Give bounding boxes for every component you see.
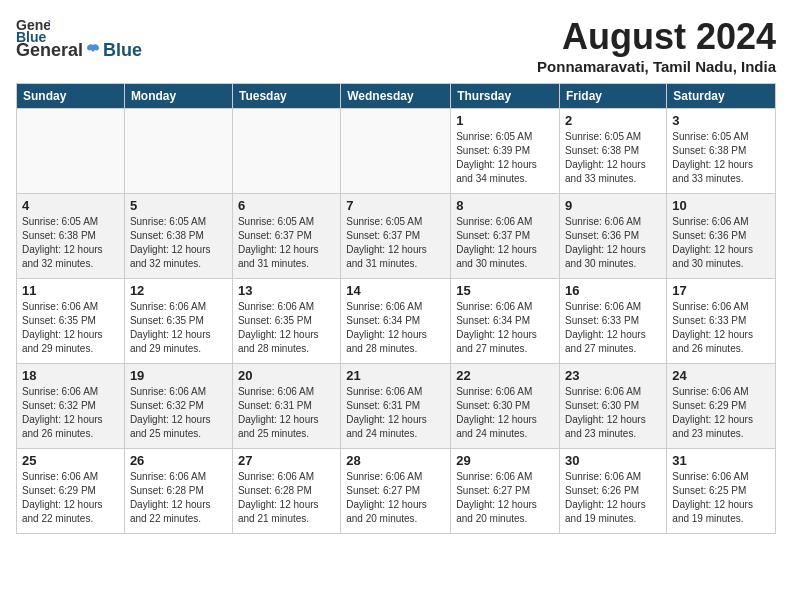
day-number: 15 <box>456 283 554 298</box>
logo-blue-text: Blue <box>103 40 142 61</box>
day-number: 5 <box>130 198 227 213</box>
day-info: Sunrise: 6:06 AM Sunset: 6:30 PM Dayligh… <box>456 385 554 441</box>
table-cell: 16Sunrise: 6:06 AM Sunset: 6:33 PM Dayli… <box>560 279 667 364</box>
table-cell: 15Sunrise: 6:06 AM Sunset: 6:34 PM Dayli… <box>451 279 560 364</box>
day-number: 26 <box>130 453 227 468</box>
table-cell: 28Sunrise: 6:06 AM Sunset: 6:27 PM Dayli… <box>341 449 451 534</box>
day-number: 28 <box>346 453 445 468</box>
table-cell: 3Sunrise: 6:05 AM Sunset: 6:38 PM Daylig… <box>667 109 776 194</box>
col-saturday: Saturday <box>667 84 776 109</box>
day-info: Sunrise: 6:06 AM Sunset: 6:36 PM Dayligh… <box>672 215 770 271</box>
day-number: 19 <box>130 368 227 383</box>
table-cell <box>17 109 125 194</box>
day-info: Sunrise: 6:06 AM Sunset: 6:34 PM Dayligh… <box>456 300 554 356</box>
table-cell: 1Sunrise: 6:05 AM Sunset: 6:39 PM Daylig… <box>451 109 560 194</box>
day-info: Sunrise: 6:06 AM Sunset: 6:30 PM Dayligh… <box>565 385 661 441</box>
day-number: 10 <box>672 198 770 213</box>
week-row-1: 1Sunrise: 6:05 AM Sunset: 6:39 PM Daylig… <box>17 109 776 194</box>
day-number: 24 <box>672 368 770 383</box>
table-cell: 22Sunrise: 6:06 AM Sunset: 6:30 PM Dayli… <box>451 364 560 449</box>
day-info: Sunrise: 6:05 AM Sunset: 6:38 PM Dayligh… <box>565 130 661 186</box>
month-title: August 2024 <box>537 16 776 58</box>
day-info: Sunrise: 6:05 AM Sunset: 6:38 PM Dayligh… <box>130 215 227 271</box>
logo-general-text: General <box>16 40 83 61</box>
day-info: Sunrise: 6:05 AM Sunset: 6:38 PM Dayligh… <box>22 215 119 271</box>
table-cell: 21Sunrise: 6:06 AM Sunset: 6:31 PM Dayli… <box>341 364 451 449</box>
day-number: 22 <box>456 368 554 383</box>
day-info: Sunrise: 6:06 AM Sunset: 6:32 PM Dayligh… <box>22 385 119 441</box>
table-cell: 31Sunrise: 6:06 AM Sunset: 6:25 PM Dayli… <box>667 449 776 534</box>
logo: General Blue General Blue <box>16 16 142 61</box>
day-info: Sunrise: 6:06 AM Sunset: 6:29 PM Dayligh… <box>22 470 119 526</box>
table-cell: 10Sunrise: 6:06 AM Sunset: 6:36 PM Dayli… <box>667 194 776 279</box>
col-friday: Friday <box>560 84 667 109</box>
day-info: Sunrise: 6:06 AM Sunset: 6:32 PM Dayligh… <box>130 385 227 441</box>
day-info: Sunrise: 6:05 AM Sunset: 6:38 PM Dayligh… <box>672 130 770 186</box>
day-number: 18 <box>22 368 119 383</box>
table-cell: 7Sunrise: 6:05 AM Sunset: 6:37 PM Daylig… <box>341 194 451 279</box>
table-cell: 27Sunrise: 6:06 AM Sunset: 6:28 PM Dayli… <box>232 449 340 534</box>
calendar-header-row: Sunday Monday Tuesday Wednesday Thursday… <box>17 84 776 109</box>
table-cell: 2Sunrise: 6:05 AM Sunset: 6:38 PM Daylig… <box>560 109 667 194</box>
day-info: Sunrise: 6:06 AM Sunset: 6:37 PM Dayligh… <box>456 215 554 271</box>
day-number: 11 <box>22 283 119 298</box>
week-row-5: 25Sunrise: 6:06 AM Sunset: 6:29 PM Dayli… <box>17 449 776 534</box>
title-section: August 2024 Ponnamaravati, Tamil Nadu, I… <box>537 16 776 75</box>
table-cell: 25Sunrise: 6:06 AM Sunset: 6:29 PM Dayli… <box>17 449 125 534</box>
day-number: 27 <box>238 453 335 468</box>
table-cell: 26Sunrise: 6:06 AM Sunset: 6:28 PM Dayli… <box>124 449 232 534</box>
table-cell: 19Sunrise: 6:06 AM Sunset: 6:32 PM Dayli… <box>124 364 232 449</box>
day-number: 17 <box>672 283 770 298</box>
day-number: 16 <box>565 283 661 298</box>
day-number: 25 <box>22 453 119 468</box>
day-info: Sunrise: 6:06 AM Sunset: 6:33 PM Dayligh… <box>672 300 770 356</box>
day-number: 13 <box>238 283 335 298</box>
day-info: Sunrise: 6:06 AM Sunset: 6:36 PM Dayligh… <box>565 215 661 271</box>
day-number: 23 <box>565 368 661 383</box>
day-info: Sunrise: 6:06 AM Sunset: 6:28 PM Dayligh… <box>238 470 335 526</box>
table-cell: 24Sunrise: 6:06 AM Sunset: 6:29 PM Dayli… <box>667 364 776 449</box>
day-info: Sunrise: 6:05 AM Sunset: 6:37 PM Dayligh… <box>346 215 445 271</box>
day-number: 7 <box>346 198 445 213</box>
day-info: Sunrise: 6:06 AM Sunset: 6:25 PM Dayligh… <box>672 470 770 526</box>
table-cell: 29Sunrise: 6:06 AM Sunset: 6:27 PM Dayli… <box>451 449 560 534</box>
day-number: 20 <box>238 368 335 383</box>
col-sunday: Sunday <box>17 84 125 109</box>
table-cell: 23Sunrise: 6:06 AM Sunset: 6:30 PM Dayli… <box>560 364 667 449</box>
day-info: Sunrise: 6:06 AM Sunset: 6:27 PM Dayligh… <box>456 470 554 526</box>
day-info: Sunrise: 6:06 AM Sunset: 6:27 PM Dayligh… <box>346 470 445 526</box>
table-cell: 9Sunrise: 6:06 AM Sunset: 6:36 PM Daylig… <box>560 194 667 279</box>
location-text: Ponnamaravati, Tamil Nadu, India <box>537 58 776 75</box>
day-info: Sunrise: 6:06 AM Sunset: 6:35 PM Dayligh… <box>130 300 227 356</box>
day-number: 9 <box>565 198 661 213</box>
day-info: Sunrise: 6:06 AM Sunset: 6:31 PM Dayligh… <box>238 385 335 441</box>
day-info: Sunrise: 6:06 AM Sunset: 6:31 PM Dayligh… <box>346 385 445 441</box>
table-cell: 18Sunrise: 6:06 AM Sunset: 6:32 PM Dayli… <box>17 364 125 449</box>
day-info: Sunrise: 6:05 AM Sunset: 6:37 PM Dayligh… <box>238 215 335 271</box>
day-number: 1 <box>456 113 554 128</box>
table-cell: 20Sunrise: 6:06 AM Sunset: 6:31 PM Dayli… <box>232 364 340 449</box>
table-cell: 4Sunrise: 6:05 AM Sunset: 6:38 PM Daylig… <box>17 194 125 279</box>
day-number: 6 <box>238 198 335 213</box>
col-thursday: Thursday <box>451 84 560 109</box>
day-number: 21 <box>346 368 445 383</box>
week-row-2: 4Sunrise: 6:05 AM Sunset: 6:38 PM Daylig… <box>17 194 776 279</box>
day-number: 30 <box>565 453 661 468</box>
day-number: 12 <box>130 283 227 298</box>
table-cell <box>124 109 232 194</box>
page-header: General Blue General Blue August 2024 Po… <box>16 16 776 75</box>
day-info: Sunrise: 6:05 AM Sunset: 6:39 PM Dayligh… <box>456 130 554 186</box>
table-cell <box>232 109 340 194</box>
calendar-table: Sunday Monday Tuesday Wednesday Thursday… <box>16 83 776 534</box>
day-number: 29 <box>456 453 554 468</box>
day-info: Sunrise: 6:06 AM Sunset: 6:28 PM Dayligh… <box>130 470 227 526</box>
table-cell: 8Sunrise: 6:06 AM Sunset: 6:37 PM Daylig… <box>451 194 560 279</box>
table-cell: 13Sunrise: 6:06 AM Sunset: 6:35 PM Dayli… <box>232 279 340 364</box>
day-number: 14 <box>346 283 445 298</box>
week-row-3: 11Sunrise: 6:06 AM Sunset: 6:35 PM Dayli… <box>17 279 776 364</box>
col-tuesday: Tuesday <box>232 84 340 109</box>
col-monday: Monday <box>124 84 232 109</box>
logo-bird-icon <box>85 43 101 59</box>
day-number: 8 <box>456 198 554 213</box>
table-cell <box>341 109 451 194</box>
